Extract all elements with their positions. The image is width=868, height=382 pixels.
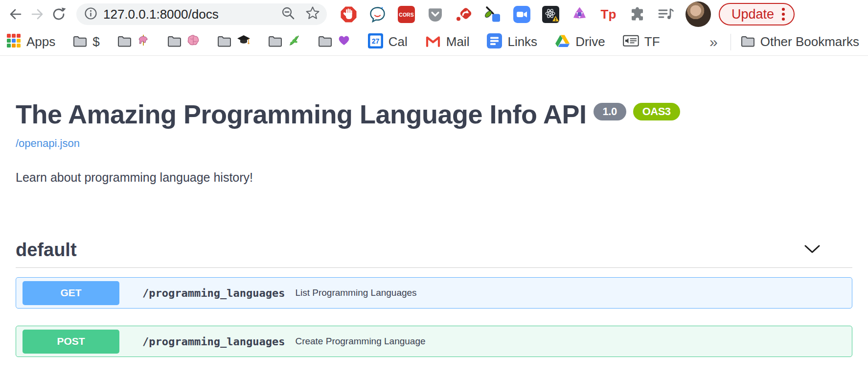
brain-icon [187, 34, 200, 49]
openapi-spec-link[interactable]: /openapi.json [16, 137, 80, 150]
folder-icon [741, 35, 755, 49]
folder-icon [268, 35, 282, 49]
section-title: default [16, 239, 77, 261]
profile-avatar[interactable] [685, 1, 711, 27]
bookmark-star-icon[interactable] [305, 6, 320, 23]
tp-icon[interactable]: Tp [599, 5, 617, 23]
bookmark-label: TF [644, 34, 660, 49]
bookmark-label: $ [92, 34, 99, 49]
update-label: Update [731, 7, 774, 22]
gmail-icon [425, 35, 441, 49]
puzzle-icon[interactable] [628, 5, 646, 23]
cors-icon[interactable]: CORS [397, 5, 415, 23]
post-method-badge: POST [23, 330, 119, 354]
tf-card-icon [623, 35, 639, 49]
herb-icon [288, 34, 300, 50]
svg-text:CORS: CORS [399, 11, 413, 17]
bookmark-folder-brain[interactable] [167, 34, 200, 49]
extensions-strip: CORSTp [340, 5, 675, 23]
get-summary: List Programming Languages [295, 287, 416, 298]
operation-row-get[interactable]: GET /programming_languages List Programm… [16, 277, 852, 309]
bookmark-drive[interactable]: Drive [555, 34, 605, 49]
bookmark-cal[interactable]: 27Cal [368, 33, 408, 50]
api-description: Learn about programming language history… [16, 170, 852, 185]
folder-icon [167, 35, 182, 49]
folder-icon [217, 35, 231, 49]
page-info-icon[interactable] [84, 7, 97, 22]
bookmark-mail[interactable]: Mail [425, 34, 470, 49]
svg-text:27: 27 [371, 37, 379, 45]
folder-icon [318, 35, 332, 49]
reload-button[interactable] [48, 3, 69, 25]
bookmark-folder-carousel[interactable] [117, 34, 150, 50]
bookmark-tf[interactable]: TF [623, 34, 660, 49]
bookmark-folder-dollar[interactable]: $ [73, 34, 99, 49]
swagger-page: The Amazing Programming Language Info AP… [0, 56, 868, 357]
bookmark-label: Apps [26, 34, 55, 49]
recycle-purple-icon[interactable] [571, 5, 588, 23]
section-collapse-chevron-icon[interactable] [800, 241, 824, 260]
bookmarks-bar: Apps$27CalMailLinksDriveTF » Other Bookm… [0, 28, 868, 56]
links-doc-icon [487, 33, 502, 50]
back-button[interactable] [5, 3, 26, 25]
purple-heart-icon [338, 34, 350, 49]
version-badge: 1.0 [594, 103, 626, 120]
bookmark-folder-herb[interactable] [268, 34, 300, 50]
post-path: /programming_languages [142, 335, 285, 348]
bookmark-label: Cal [388, 34, 408, 49]
adblock-stop-hand-icon[interactable] [340, 5, 357, 23]
bookmark-folder-grad-cap[interactable] [217, 34, 251, 49]
omnibox[interactable]: 127.0.0.1:8000/docs [76, 3, 327, 25]
drive-icon [555, 34, 570, 49]
forward-button[interactable] [26, 3, 48, 25]
bookmarks-overflow-chevron[interactable]: » [707, 34, 721, 50]
browser-toolbar: 127.0.0.1:8000/docs CORSTp Update [0, 0, 868, 28]
post-summary: Create Programming Language [295, 336, 425, 347]
bookmark-label: Mail [446, 34, 470, 49]
update-button[interactable]: Update [719, 3, 795, 25]
other-bookmarks[interactable]: Other Bookmarks [741, 34, 859, 49]
bookmark-folder-purple-heart[interactable] [318, 34, 350, 49]
operation-row-post[interactable]: POST /programming_languages Create Progr… [16, 326, 852, 357]
carousel-horse-icon [137, 34, 150, 50]
bookmark-label: Links [507, 34, 537, 49]
svg-text:Tp: Tp [600, 7, 616, 22]
bookmarks-separator [731, 34, 731, 50]
share-red-icon[interactable] [455, 5, 473, 23]
section-divider [16, 267, 852, 268]
pocket-icon[interactable] [426, 5, 444, 23]
colorzilla-icon[interactable] [484, 5, 502, 23]
gcal-icon: 27 [368, 33, 383, 50]
zoom-out-icon[interactable] [281, 6, 296, 23]
chat-bubble-icon[interactable] [368, 5, 386, 23]
folder-icon [73, 35, 87, 49]
bookmark-apps[interactable]: Apps [7, 34, 55, 50]
music-queue-icon[interactable] [657, 5, 675, 23]
api-title: The Amazing Programming Language Info AP… [16, 56, 852, 129]
graduation-cap-icon [237, 34, 251, 49]
zoom-video-icon[interactable] [513, 5, 530, 23]
browser-menu-icon[interactable] [782, 8, 785, 21]
get-path: /programming_languages [142, 287, 285, 299]
bookmark-links[interactable]: Links [487, 33, 537, 50]
apps-grid-icon [7, 34, 21, 50]
get-method-badge: GET [23, 281, 119, 305]
folder-icon [117, 35, 132, 49]
oas3-badge: OAS3 [633, 103, 680, 120]
react-devtools-icon[interactable] [542, 5, 559, 23]
bookmark-label: Drive [575, 34, 605, 49]
section-header-default[interactable]: default [16, 239, 852, 261]
url-input[interactable]: 127.0.0.1:8000/docs [103, 7, 281, 22]
